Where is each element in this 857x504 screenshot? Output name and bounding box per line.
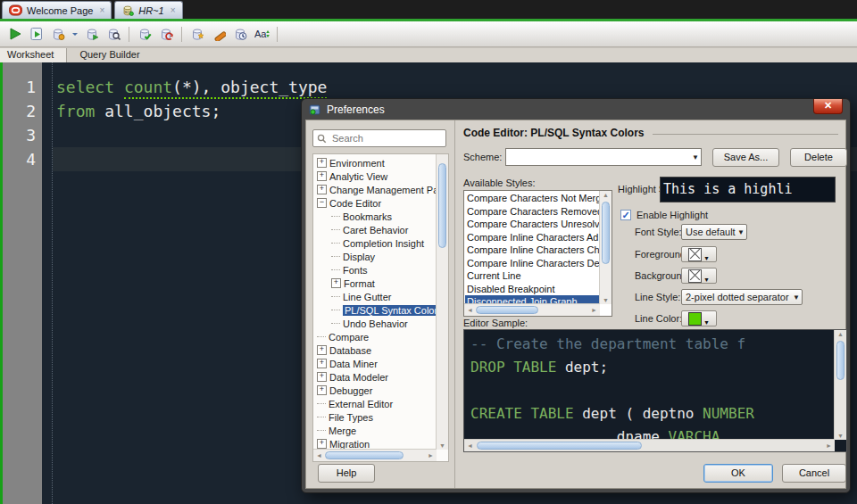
tree-item[interactable]: File Types [313, 410, 437, 424]
tree-item[interactable]: +Format [313, 277, 437, 290]
style-list-item[interactable]: Compare Characters Removed [465, 205, 600, 219]
scroll-right-icon[interactable]: ► [425, 452, 437, 459]
tree-item[interactable]: Display [313, 250, 437, 263]
preferences-search[interactable] [312, 129, 446, 147]
scrollbar-thumb[interactable] [836, 341, 845, 380]
dialog-close-button[interactable]: ✕ [813, 99, 843, 114]
tree-item[interactable]: +Change Management Parar [313, 183, 437, 196]
help-button[interactable]: Help [318, 464, 375, 483]
scrollbar-thumb[interactable] [602, 202, 610, 264]
expand-icon[interactable]: + [317, 439, 327, 449]
unshared-worksheet-icon[interactable] [189, 26, 205, 42]
expand-icon[interactable]: + [317, 185, 327, 194]
tree-item[interactable]: +Data Modeler [313, 370, 437, 384]
scroll-down-icon[interactable]: ▼ [437, 442, 448, 449]
expand-icon[interactable]: + [317, 359, 327, 368]
tree-item[interactable]: Completion Insight [313, 236, 437, 250]
tree-item[interactable]: Bookmarks [313, 210, 437, 223]
expand-icon[interactable]: + [331, 278, 341, 288]
tab-welcome-page[interactable]: Welcome Page × [2, 1, 112, 19]
tree-item[interactable]: −Code Editor [313, 196, 437, 210]
sample-horizontal-scrollbar[interactable]: ◄ ► [464, 439, 835, 451]
scroll-left-icon[interactable]: ◄ [464, 307, 476, 313]
close-icon[interactable]: × [171, 5, 176, 15]
font-style-combobox[interactable]: Use default ▼ [681, 224, 747, 240]
expand-icon[interactable]: + [317, 385, 327, 395]
tree-item[interactable]: +Environment [313, 156, 437, 169]
scrollbar-thumb[interactable] [476, 306, 538, 314]
expand-icon[interactable]: + [317, 158, 327, 168]
tree-vertical-scrollbar[interactable]: ▼ [436, 154, 448, 450]
expand-icon[interactable]: + [317, 345, 327, 355]
scheme-combobox[interactable]: ▼ [505, 148, 702, 166]
tree-item[interactable]: Line Gutter [313, 290, 437, 303]
sql-history-icon[interactable] [232, 26, 248, 42]
background-color-button[interactable]: ▼ [681, 268, 717, 284]
scroll-up-icon[interactable]: ▲ [600, 192, 612, 198]
scroll-left-icon[interactable]: ◄ [464, 442, 476, 449]
run-script-icon[interactable] [29, 26, 45, 42]
style-list-item[interactable]: Compare Inline Characters Ch [465, 244, 600, 257]
rollback-icon[interactable] [158, 26, 174, 42]
style-list-item[interactable]: Current Line [465, 269, 600, 283]
style-list-item[interactable]: Compare Characters Not Merg [465, 192, 600, 205]
scrollbar-thumb[interactable] [477, 442, 642, 450]
style-list-item[interactable]: Compare Inline Characters Ad [465, 231, 600, 244]
foreground-color-button[interactable]: ▼ [681, 246, 717, 262]
ok-button[interactable]: OK [703, 464, 773, 483]
tree-item[interactable]: PL/SQL Syntax Colors [313, 303, 437, 317]
style-list-item[interactable]: Disabled Breakpoint [465, 283, 600, 296]
styles-vertical-scrollbar[interactable]: ▲ ▼ [599, 191, 612, 304]
line-number-gutter[interactable]: 1234 [3, 62, 42, 504]
commit-icon[interactable] [137, 26, 153, 42]
style-list-item[interactable]: Compare Inline Characters Del [465, 257, 600, 270]
editor-text[interactable]: select count(*), object_typefrom all_obj… [56, 75, 327, 171]
tree-connector [331, 269, 340, 270]
tree-item[interactable]: +Database [313, 343, 437, 357]
close-icon[interactable]: × [99, 5, 104, 15]
scroll-right-icon[interactable]: ► [823, 442, 835, 449]
scroll-up-icon[interactable]: ▲ [835, 331, 846, 337]
clear-icon[interactable] [211, 26, 227, 42]
autotrace-caret-icon[interactable] [71, 26, 79, 42]
tab-worksheet[interactable]: Worksheet [0, 48, 67, 63]
tab-query-builder[interactable]: Query Builder [67, 48, 154, 63]
scroll-down-icon[interactable]: ▼ [835, 433, 846, 439]
tree-item[interactable]: Merge [313, 424, 437, 437]
dialog-titlebar[interactable]: Preferences ✕ [302, 99, 850, 120]
styles-horizontal-scrollbar[interactable]: ◄ ► [464, 303, 600, 316]
find-db-icon[interactable] [105, 26, 121, 42]
collapse-icon[interactable]: − [317, 198, 327, 208]
tree-item[interactable]: +Migration [313, 437, 437, 450]
delete-button[interactable]: Delete [790, 148, 847, 167]
tree-horizontal-scrollbar[interactable]: ◄ ► [313, 449, 437, 461]
autotrace-icon[interactable] [50, 26, 66, 42]
search-input[interactable] [330, 132, 437, 145]
scroll-left-icon[interactable]: ◄ [313, 452, 325, 459]
tree-item[interactable]: Compare [313, 330, 437, 343]
cancel-button[interactable]: Cancel [782, 464, 846, 483]
tree-item[interactable]: Fonts [313, 263, 437, 277]
tree-item[interactable]: +Data Miner [313, 357, 437, 370]
scrollbar-thumb[interactable] [438, 163, 446, 248]
enable-highlight-checkbox[interactable]: ✓ [620, 210, 631, 220]
tree-item[interactable]: Undo Behavior [313, 317, 437, 330]
scroll-down-icon[interactable]: ▼ [600, 297, 612, 303]
scroll-right-icon[interactable]: ► [588, 307, 600, 313]
change-case-icon[interactable]: Aa [254, 26, 270, 42]
sample-vertical-scrollbar[interactable]: ▲ ▼ [834, 330, 846, 440]
tab-hr-worksheet[interactable]: SQL HR~1 × [114, 1, 182, 19]
style-list-item[interactable]: Compare Characters Unresolve [465, 218, 600, 231]
save-as-button[interactable]: Save As... [712, 148, 779, 167]
tree-item[interactable]: External Editor [313, 397, 437, 410]
line-style-combobox[interactable]: 2-pixel dotted separator ▼ [681, 289, 803, 305]
line-color-button[interactable]: ▼ [681, 310, 717, 326]
tree-item[interactable]: Caret Behavior [313, 223, 437, 236]
tree-item[interactable]: +Analytic View [313, 169, 437, 183]
run-statement-icon[interactable] [7, 26, 23, 42]
tree-item[interactable]: +Debugger [313, 384, 437, 397]
scrollbar-thumb[interactable] [325, 451, 404, 459]
explain-plan-icon[interactable] [84, 26, 100, 42]
expand-icon[interactable]: + [317, 171, 327, 181]
expand-icon[interactable]: + [317, 372, 327, 382]
